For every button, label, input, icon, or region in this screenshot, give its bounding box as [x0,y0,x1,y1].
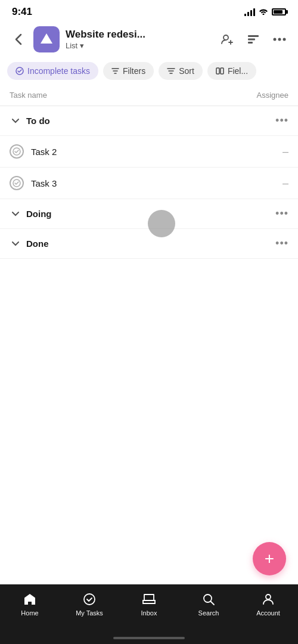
view-chevron: ▾ [80,41,84,50]
svg-point-7 [274,38,277,41]
more-options-button[interactable] [271,30,288,48]
home-icon [22,592,38,607]
group-chevron-doing [10,208,21,220]
group-name-done: Done [26,239,275,249]
svg-rect-6 [248,42,253,44]
svg-point-8 [278,38,281,41]
svg-point-21 [84,594,95,605]
svg-rect-5 [248,39,255,41]
task-name-header: Task name [10,91,241,100]
svg-rect-18 [221,68,224,74]
wifi-icon [259,8,268,17]
signal-icon [244,8,255,16]
view-type-label: List [66,41,77,50]
sort-label: Sort [179,66,194,76]
add-member-button[interactable] [218,30,236,48]
filter-bar: Incomplete tasks Filters Sort Fiel... [0,57,298,85]
task-name-task2: Task 2 [31,147,241,157]
task-assignee-task3: – [241,177,288,190]
group-name-todo: To do [26,116,275,126]
my-tasks-label: My Tasks [76,609,103,617]
nav-item-search[interactable]: Search [188,592,229,617]
project-subtitle: List ▾ [66,41,212,50]
bottom-nav: Home My Tasks Inbox Search [0,584,298,644]
group-chevron-done [10,238,21,250]
svg-marker-0 [41,33,52,44]
svg-point-9 [283,38,286,41]
table-row[interactable]: Task 2 – [0,136,298,168]
account-label: Account [256,609,280,617]
account-icon [260,592,276,607]
filters-button[interactable]: Filters [103,62,154,80]
add-task-button[interactable]: + [253,542,286,575]
project-title: Website redesi... [66,29,212,41]
group-header-done[interactable]: Done ••• [0,229,298,259]
task-assignee-task2: – [241,145,288,158]
fields-button[interactable]: Fiel... [207,62,256,80]
group-more-doing[interactable]: ••• [275,208,288,220]
search-icon [201,592,216,607]
back-button[interactable] [10,30,27,48]
nav-item-account[interactable]: Account [247,592,289,617]
project-icon [33,26,60,52]
battery-icon [272,8,286,16]
nav-item-home[interactable]: Home [9,592,51,617]
svg-point-1 [224,35,228,40]
search-label: Search [198,609,219,617]
status-icons [244,8,286,17]
group-more-todo[interactable]: ••• [275,114,288,127]
incomplete-tasks-label: Incomplete tasks [27,66,90,76]
incomplete-tasks-filter[interactable]: Incomplete tasks [7,62,98,80]
svg-line-23 [211,602,215,605]
fab-plus-icon: + [265,550,274,567]
task-name-task3: Task 3 [31,178,241,188]
home-indicator [113,637,185,639]
view-options-button[interactable] [244,30,262,48]
filters-label: Filters [123,66,145,76]
sort-button[interactable]: Sort [159,62,203,80]
nav-item-inbox[interactable]: Inbox [128,592,170,617]
task-checkbox-task2[interactable] [10,144,24,159]
svg-rect-4 [248,35,259,37]
group-header-todo[interactable]: To do ••• [0,106,298,136]
table-row[interactable]: Task 3 – [0,168,298,199]
svg-point-24 [266,595,271,599]
status-time: 9:41 [12,6,32,18]
assignee-header: Assignee [241,91,288,100]
task-checkbox-task3[interactable] [10,176,24,190]
fields-label: Fiel... [228,66,248,76]
svg-rect-17 [216,68,219,74]
header: Website redesi... List ▾ [0,21,298,57]
status-bar: 9:41 [0,0,298,21]
header-actions [218,30,288,48]
inbox-icon [141,592,157,607]
drag-indicator [148,210,175,237]
task-list: To do ••• Task 2 – Task 3 – Doing ••• [0,106,298,259]
nav-item-my-tasks[interactable]: My Tasks [69,592,110,617]
home-label: Home [21,609,38,617]
group-chevron-todo [10,115,21,127]
my-tasks-icon [82,592,97,607]
group-more-done[interactable]: ••• [275,237,288,250]
project-info: Website redesi... List ▾ [66,29,212,50]
column-headers: Task name Assignee [0,85,298,106]
inbox-label: Inbox [141,609,157,617]
